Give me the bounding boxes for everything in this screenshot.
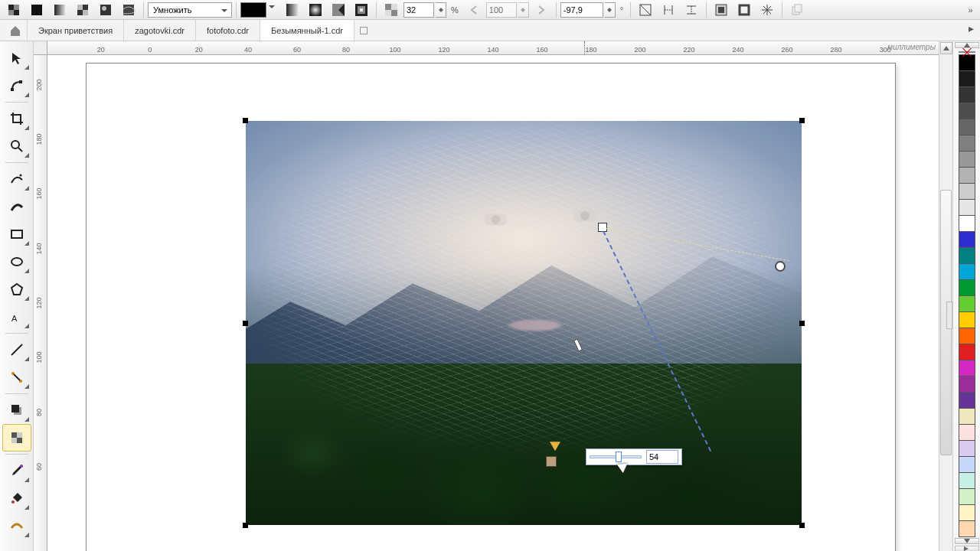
rotation-spinner[interactable]: [605, 2, 616, 18]
freehand-tool[interactable]: [2, 165, 31, 193]
zoom-tool[interactable]: [2, 132, 31, 160]
doc-tab-0[interactable]: zagotovki.cdr: [124, 20, 196, 41]
new-tab-button[interactable]: [354, 20, 373, 41]
connector-tool[interactable]: [2, 364, 31, 391]
ruler-vertical[interactable]: 2001801601401201008060: [34, 55, 47, 551]
freeze-icon[interactable]: [756, 2, 778, 18]
color-swatch[interactable]: [959, 360, 975, 377]
selection-handle[interactable]: [799, 118, 805, 123]
ruler-horizontal[interactable]: миллиметры 20020406080100120140160180200…: [47, 41, 939, 55]
outline-tool[interactable]: [2, 512, 31, 540]
selection-handle[interactable]: [243, 321, 248, 326]
polygon-tool[interactable]: [2, 276, 31, 303]
dimension-tool[interactable]: [2, 336, 31, 364]
tab-overflow-icon[interactable]: ▸: [966, 20, 980, 37]
color-swatch[interactable]: [959, 263, 975, 280]
opacity-spinner[interactable]: [436, 2, 446, 18]
color-swatch[interactable]: [959, 504, 975, 521]
color-swatch[interactable]: [959, 231, 975, 248]
mirror-v-icon[interactable]: [681, 2, 702, 18]
doc-tab-1[interactable]: fotofoto.cdr: [196, 20, 260, 41]
overflow-button[interactable]: »: [963, 2, 977, 18]
drawing-canvas[interactable]: 54: [47, 55, 939, 551]
color-swatch[interactable]: [959, 86, 975, 103]
color-swatch[interactable]: [959, 424, 975, 441]
color-swatch[interactable]: [959, 167, 975, 184]
gradtype-square-icon[interactable]: [351, 2, 372, 18]
node-transparency-icon[interactable]: [381, 2, 402, 18]
palette-scroll-down[interactable]: [955, 538, 979, 544]
color-swatch[interactable]: [959, 328, 975, 344]
color-swatch[interactable]: [959, 279, 975, 296]
ruler-origin[interactable]: [34, 41, 47, 55]
color-swatch[interactable]: [959, 135, 975, 152]
palette-flyout[interactable]: [955, 546, 979, 551]
artistic-media-tool[interactable]: [2, 193, 31, 220]
color-swatch[interactable]: [959, 103, 975, 119]
color-swatch[interactable]: [959, 408, 975, 425]
text-tool[interactable]: A: [2, 303, 31, 331]
slider-track[interactable]: [590, 455, 642, 458]
node-opacity-input[interactable]: 32: [403, 2, 434, 18]
color-swatch[interactable]: [959, 215, 975, 232]
transparency-tool[interactable]: [2, 424, 31, 452]
transparency-slider-arrow[interactable]: [550, 442, 560, 456]
slider-value-input[interactable]: 54: [646, 450, 678, 464]
color-swatch[interactable]: [959, 54, 975, 71]
color-swatch[interactable]: [959, 520, 975, 537]
color-swatch[interactable]: [959, 295, 975, 312]
color-swatch[interactable]: [959, 199, 975, 216]
color-swatch[interactable]: [959, 440, 975, 457]
free-scale-icon[interactable]: [635, 2, 656, 18]
docker-handle[interactable]: [946, 302, 952, 329]
selection-handle[interactable]: [799, 321, 805, 326]
selection-handle[interactable]: [243, 523, 248, 528]
gradtype-linear-icon[interactable]: [282, 2, 303, 18]
gradtype-conical-icon[interactable]: [328, 2, 349, 18]
welcome-tab[interactable]: Экран приветствия: [28, 20, 124, 41]
color-swatch[interactable]: [959, 183, 975, 200]
doc-tab-2[interactable]: Безымянный-1.cdr: [260, 20, 354, 41]
color-swatch[interactable]: [959, 488, 975, 505]
blend-mode-select[interactable]: Умножить: [148, 2, 232, 18]
apply-to-outline-icon[interactable]: [733, 2, 755, 18]
color-swatch[interactable]: [959, 392, 975, 409]
no-color-swatch[interactable]: [959, 51, 975, 53]
color-swatch[interactable]: [959, 311, 975, 328]
transparency-uniform-icon[interactable]: [26, 2, 47, 18]
scroll-track[interactable]: [940, 55, 952, 537]
color-swatch[interactable]: [959, 344, 975, 360]
transparency-pattern-icon[interactable]: [72, 2, 93, 18]
color-swatch[interactable]: [959, 472, 975, 489]
transparency-end-node[interactable]: [776, 262, 785, 271]
transparency-none-icon[interactable]: [3, 2, 24, 18]
home-tab[interactable]: [3, 20, 28, 41]
color-swatch[interactable]: [959, 70, 975, 87]
palette-scroll-up[interactable]: [955, 42, 979, 48]
drop-shadow-tool[interactable]: [2, 396, 31, 424]
vertical-scrollbar[interactable]: [939, 41, 952, 551]
scroll-up-button[interactable]: [940, 42, 952, 54]
selection-handle[interactable]: [799, 523, 805, 528]
color-swatch[interactable]: [959, 456, 975, 473]
selection-handle[interactable]: [243, 118, 248, 123]
ellipse-tool[interactable]: [2, 248, 31, 276]
transparency-color-node[interactable]: [546, 456, 557, 467]
selected-bitmap[interactable]: 54: [246, 121, 802, 525]
transparency-linear-icon[interactable]: [49, 2, 70, 18]
color-swatch[interactable]: [959, 151, 975, 168]
pick-tool[interactable]: [2, 44, 31, 72]
apply-to-fill-icon[interactable]: [710, 2, 732, 18]
color-swatch[interactable]: [959, 376, 975, 393]
mirror-h-icon[interactable]: [658, 2, 679, 18]
transparency-color-picker[interactable]: [240, 2, 266, 18]
eyedropper-tool[interactable]: [2, 457, 31, 484]
shape-tool[interactable]: [2, 72, 31, 99]
fill-tool[interactable]: [2, 484, 31, 512]
rectangle-tool[interactable]: [2, 220, 31, 248]
transparency-texture-icon[interactable]: [118, 2, 139, 18]
color-swatch[interactable]: [959, 247, 975, 264]
gradtype-radial-icon[interactable]: [305, 2, 326, 18]
rotation-input[interactable]: -97,9: [560, 2, 603, 18]
transparency-bitmap-icon[interactable]: [95, 2, 116, 18]
